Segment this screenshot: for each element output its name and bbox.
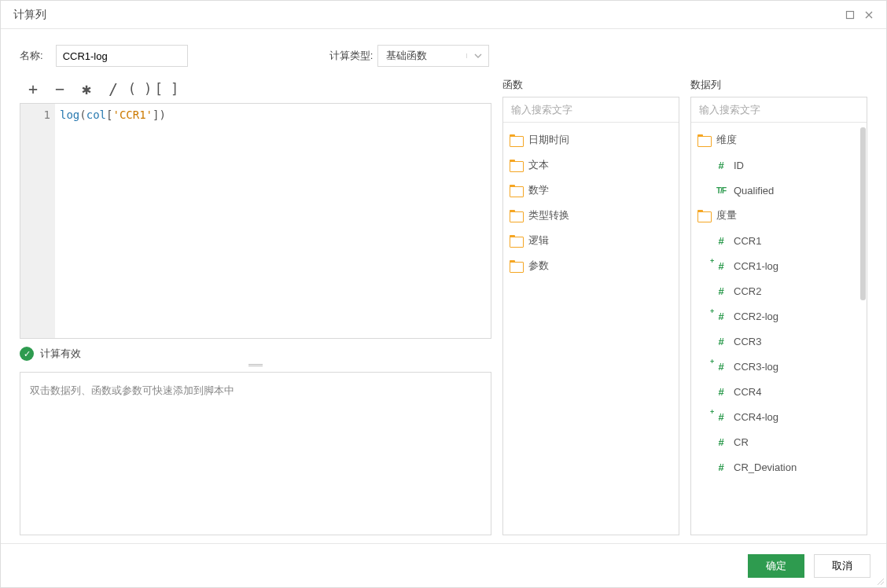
tree-item-label: CCR3 [734, 336, 761, 347]
columns-search-input[interactable] [691, 97, 867, 122]
name-input[interactable] [56, 45, 188, 67]
op-paren-button[interactable]: ( ) [127, 78, 153, 100]
folder-icon [510, 210, 522, 221]
calc-number-type-icon: # [715, 260, 727, 272]
tree-item-label: 逻辑 [528, 233, 549, 248]
hint-box: 双击数据列、函数或参数可快速添加到脚本中 [20, 372, 491, 535]
tree-item-label: CCR1 [734, 235, 761, 247]
functions-panel: 函数 日期时间文本数学类型转换逻辑参数 [502, 78, 679, 535]
functions-folder-item[interactable]: 日期时间 [503, 127, 679, 153]
columns-panel: 数据列 维度#IDT/FQualified度量#CCR1#CCR1-log#CC… [690, 78, 867, 535]
functions-folder-item[interactable]: 数学 [503, 178, 679, 203]
tree-item-label: CR [734, 436, 749, 448]
columns-folder-item[interactable]: 度量 [691, 203, 867, 228]
calc-type-wrap: 计算类型: 基础函数 [329, 45, 490, 67]
validity-text: 计算有效 [40, 347, 81, 361]
columns-field-item[interactable]: #CCR4-log [691, 404, 867, 429]
tree-item-label: CCR1-log [734, 260, 778, 272]
number-type-icon: # [715, 461, 727, 473]
maximize-icon[interactable] [841, 6, 859, 24]
check-circle-icon: ✓ [20, 347, 34, 361]
functions-folder-item[interactable]: 类型转换 [503, 203, 679, 228]
scrollbar[interactable] [860, 127, 866, 530]
tree-item-label: CCR3-log [734, 361, 778, 373]
op-multiply-button[interactable]: ✱ [73, 78, 100, 100]
tree-item-label: 日期时间 [528, 133, 569, 147]
calc-number-type-icon: # [715, 361, 727, 373]
functions-tree: 日期时间文本数学类型转换逻辑参数 [503, 123, 679, 535]
functions-folder-item[interactable]: 文本 [503, 153, 679, 178]
number-type-icon: # [715, 160, 727, 171]
columns-body: 维度#IDT/FQualified度量#CCR1#CCR1-log#CCR2#C… [690, 97, 867, 535]
boolean-type-icon: T/F [715, 186, 727, 195]
close-icon[interactable] [859, 6, 878, 24]
functions-folder-item[interactable]: 参数 [503, 253, 679, 278]
functions-search-input[interactable] [503, 97, 679, 122]
splitter[interactable] [20, 361, 491, 369]
calc-number-type-icon: # [715, 411, 727, 423]
columns-title: 数据列 [690, 78, 867, 92]
cancel-button[interactable]: 取消 [814, 554, 870, 578]
scrollbar-thumb[interactable] [860, 127, 866, 300]
columns-tree: 维度#IDT/FQualified度量#CCR1#CCR1-log#CCR2#C… [691, 123, 867, 535]
tree-item-label: CCR2 [734, 285, 761, 297]
number-type-icon: # [715, 235, 727, 247]
tree-item-label: 类型转换 [528, 208, 569, 222]
hint-text: 双击数据列、函数或参数可快速添加到脚本中 [30, 384, 234, 396]
tree-item-label: CCR4-log [734, 411, 778, 423]
ok-button[interactable]: 确定 [748, 554, 804, 578]
number-type-icon: # [715, 436, 727, 448]
columns-field-item[interactable]: #CR_Deviation [691, 454, 867, 480]
functions-body: 日期时间文本数学类型转换逻辑参数 [502, 97, 679, 535]
calc-type-select[interactable]: 基础函数 [377, 45, 489, 67]
columns-field-item[interactable]: #CR [691, 429, 867, 454]
functions-title: 函数 [502, 78, 679, 92]
number-type-icon: # [715, 285, 727, 297]
code-area[interactable]: log(col['CCR1']) [55, 104, 491, 338]
calc-column-dialog: 计算列 名称: 计算类型: 基础函数 [0, 0, 887, 588]
columns-field-item[interactable]: #ID [691, 153, 867, 178]
tree-item-label: 数学 [528, 183, 549, 197]
functions-folder-item[interactable]: 逻辑 [503, 228, 679, 253]
folder-open-icon [697, 210, 710, 221]
chevron-down-icon [466, 53, 488, 58]
folder-icon [510, 185, 522, 196]
dialog-content: 名称: 计算类型: 基础函数 + − ✱ / ( ) [1, 29, 886, 543]
op-plus-button[interactable]: + [20, 78, 46, 100]
resize-grip-icon[interactable] [876, 577, 885, 586]
columns-folder-item[interactable]: 维度 [691, 127, 867, 153]
tree-item-label: ID [734, 160, 744, 171]
number-type-icon: # [715, 336, 727, 347]
line-gutter: 1 [20, 104, 55, 338]
code-editor[interactable]: 1 log(col['CCR1']) [20, 103, 491, 339]
folder-icon [510, 235, 522, 246]
tree-item-label: CCR4 [734, 386, 761, 398]
calc-type-value: 基础函数 [378, 49, 466, 63]
svg-rect-0 [847, 11, 854, 18]
columns-field-item[interactable]: T/FQualified [691, 178, 867, 203]
op-minus-button[interactable]: − [46, 78, 73, 100]
op-bracket-button[interactable]: [ ] [153, 78, 180, 100]
columns-search [691, 97, 867, 123]
columns-field-item[interactable]: #CCR2 [691, 278, 867, 303]
columns-field-item[interactable]: #CCR2-log [691, 303, 867, 329]
calc-type-label: 计算类型: [329, 49, 374, 63]
columns-field-item[interactable]: #CCR1 [691, 228, 867, 253]
columns-field-item[interactable]: #CCR3-log [691, 354, 867, 379]
tree-item-label: 文本 [528, 158, 549, 172]
main-area: + − ✱ / ( ) [ ] 1 log(col['CCR1']) ✓ 计算有… [20, 78, 867, 535]
name-label: 名称: [20, 49, 43, 63]
titlebar: 计算列 [1, 1, 886, 29]
drag-handle-icon [248, 364, 263, 366]
validity-row: ✓ 计算有效 [20, 347, 491, 361]
folder-icon [510, 260, 522, 271]
columns-field-item[interactable]: #CCR1-log [691, 253, 867, 278]
folder-icon [510, 134, 522, 145]
operator-toolbar: + − ✱ / ( ) [ ] [20, 78, 491, 100]
tree-item-label: 度量 [716, 208, 737, 222]
columns-field-item[interactable]: #CCR3 [691, 329, 867, 354]
number-type-icon: # [715, 386, 727, 398]
columns-field-item[interactable]: #CCR4 [691, 379, 867, 404]
op-divide-button[interactable]: / [100, 78, 127, 100]
functions-search [503, 97, 679, 123]
